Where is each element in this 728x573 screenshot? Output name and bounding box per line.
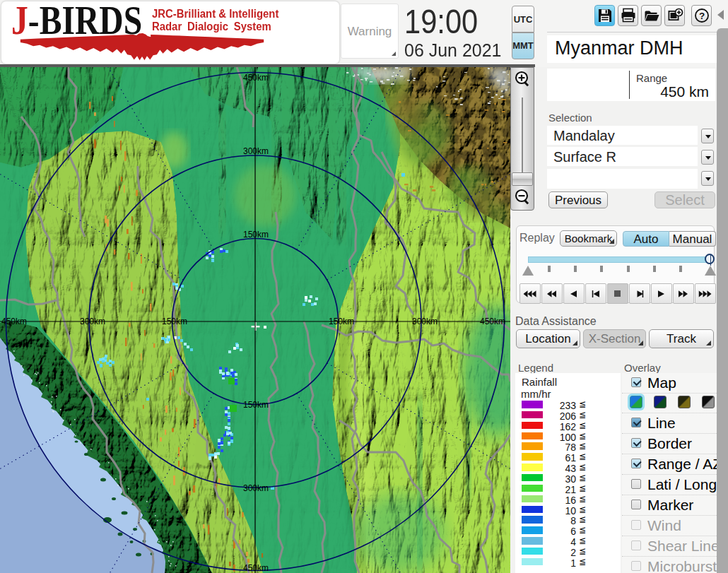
svg-text:150km: 150km	[243, 230, 269, 240]
svg-text:300km: 300km	[80, 317, 105, 326]
svg-text:?: ?	[699, 11, 705, 21]
svg-text:300km: 300km	[412, 317, 438, 326]
svg-text:150km: 150km	[162, 317, 187, 326]
svg-text:150km: 150km	[329, 317, 354, 326]
svg-text:300km: 300km	[243, 483, 269, 493]
svg-text:450km: 450km	[480, 317, 505, 326]
svg-text:150km: 150km	[243, 400, 269, 410]
svg-text:450km: 450km	[243, 563, 269, 573]
svg-text:450km: 450km	[1, 317, 27, 326]
svg-text:300km: 300km	[243, 146, 269, 156]
svg-text:450km: 450km	[243, 73, 269, 83]
